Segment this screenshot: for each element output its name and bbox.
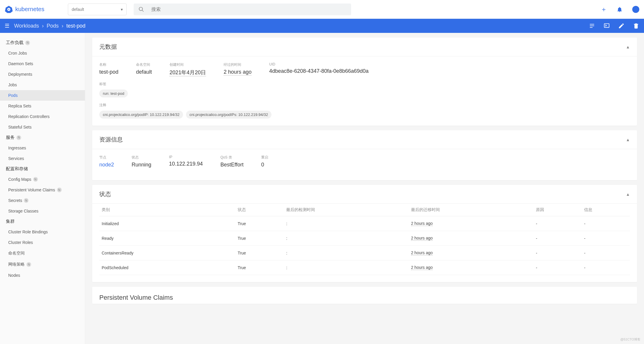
table-row: ContainersReadyTrue:2 hours ago-- (99, 246, 630, 260)
chevron-right-icon: › (62, 23, 63, 29)
brand-text: kubernetes (15, 6, 44, 13)
svg-rect-5 (590, 24, 594, 25)
sidebar-item-label: 命名空间 (8, 251, 25, 256)
pod-age: 2 hours ago (224, 69, 251, 75)
sidebar-item-命名空间[interactable]: 命名空间 (0, 248, 85, 259)
namespace-badge-icon: N (33, 177, 38, 182)
pod-namespace: default (136, 69, 152, 75)
collapse-icon[interactable]: ▲ (626, 137, 630, 142)
meta-label: 节点 (99, 155, 114, 160)
sidebar-item-label: Jobs (8, 82, 17, 87)
breadcrumb-workloads[interactable]: Workloads (14, 23, 39, 29)
table-cell: 2 hours ago (409, 246, 534, 260)
sidebar-item-secrets[interactable]: SecretsN (0, 195, 85, 206)
collapse-icon[interactable]: ▲ (626, 45, 630, 49)
sidebar-item-daemon-sets[interactable]: Daemon Sets (0, 58, 85, 69)
sidebar-item-persistent-volume-claims[interactable]: Persistent Volume ClaimsN (0, 185, 85, 195)
table-cell: - (582, 246, 630, 260)
kubernetes-icon (5, 5, 13, 14)
sidebar-item-pods[interactable]: Pods (0, 90, 85, 101)
search-icon (138, 6, 144, 12)
namespace-badge-icon: N (26, 262, 31, 267)
sidebar-item-label: Cluster Roles (8, 240, 33, 245)
collapse-icon[interactable]: ▲ (626, 192, 630, 197)
sidebar-item-cluster-role-bindings[interactable]: Cluster Role Bindings (0, 227, 85, 237)
breadcrumb-pods[interactable]: Pods (47, 23, 59, 29)
delete-icon[interactable] (633, 23, 639, 29)
namespace-badge-icon: N (24, 198, 28, 203)
sidebar-item-jobs[interactable]: Jobs (0, 80, 85, 90)
content-area: 元数据 ▲ 名称test-pod 命名空间default 创建时间2021年4月… (85, 33, 644, 344)
table-cell: PodScheduled (99, 260, 235, 275)
sidebar-item-storage-classes[interactable]: Storage Classes (0, 206, 85, 216)
sidebar: 工作负载NCron JobsDaemon SetsDeploymentsJobs… (0, 33, 85, 344)
hamburger-icon[interactable]: ☰ (5, 23, 9, 29)
pvc-card: Persistent Volume Claims (92, 287, 637, 304)
meta-label: IP (169, 155, 203, 159)
sidebar-item-stateful-sets[interactable]: Stateful Sets (0, 122, 85, 132)
table-cell: : (284, 231, 409, 246)
brand-logo[interactable]: kubernetes (5, 5, 44, 14)
pod-name: test-pod (99, 69, 118, 75)
nav-section-config[interactable]: 配置和存储 (0, 164, 85, 174)
meta-label: 名称 (99, 62, 118, 67)
nav-section-workloads[interactable]: 工作负载N (0, 38, 85, 48)
sidebar-item-label: Pods (8, 93, 18, 98)
sidebar-item-label: Stateful Sets (8, 125, 31, 129)
column-header: 最后的检测时间 (284, 204, 409, 216)
sidebar-item-services[interactable]: Services (0, 153, 85, 164)
table-cell: 2 hours ago (409, 231, 534, 246)
sidebar-item-replication-controllers[interactable]: Replication Controllers (0, 111, 85, 122)
node-link[interactable]: node2 (99, 162, 114, 168)
status-title: 状态 (99, 190, 111, 198)
sidebar-item-label: Cron Jobs (8, 51, 27, 55)
meta-label: QoS 类 (220, 155, 244, 160)
logs-icon[interactable] (589, 23, 595, 29)
table-cell: - (534, 231, 582, 246)
table-cell: 2 hours ago (409, 216, 534, 231)
sidebar-item-config-maps[interactable]: Config MapsN (0, 174, 85, 185)
sidebar-item-网络策略[interactable]: 网络策略N (0, 259, 85, 270)
table-cell: : (284, 216, 409, 231)
sidebar-item-cron-jobs[interactable]: Cron Jobs (0, 48, 85, 58)
sidebar-item-deployments[interactable]: Deployments (0, 69, 85, 80)
namespace-badge-icon: N (16, 135, 21, 140)
sidebar-item-label: Cluster Role Bindings (8, 230, 48, 234)
table-cell: - (534, 260, 582, 275)
sidebar-item-replica-sets[interactable]: Replica Sets (0, 101, 85, 111)
sidebar-item-label: Ingresses (8, 146, 26, 150)
user-avatar-icon[interactable] (632, 6, 639, 13)
metadata-card: 元数据 ▲ 名称test-pod 命名空间default 创建时间2021年4月… (92, 38, 637, 126)
sidebar-item-cluster-roles[interactable]: Cluster Roles (0, 237, 85, 248)
search-box[interactable] (134, 4, 351, 15)
resource-actions (589, 23, 639, 29)
table-cell: - (582, 216, 630, 231)
table-cell: Ready (99, 231, 235, 246)
sidebar-item-ingresses[interactable]: Ingresses (0, 143, 85, 153)
label-chip: run: test-pod (99, 90, 128, 97)
table-cell: True (235, 260, 284, 275)
resource-card: 资源信息 ▲ 节点node2 状态Running IP10.122.219.94… (92, 130, 637, 180)
pod-created: 2021年4月20日 (170, 69, 206, 76)
table-cell: : (284, 246, 409, 260)
table-row: PodScheduledTrue:2 hours ago-- (99, 260, 630, 275)
nav-section-cluster[interactable]: 集群 (0, 216, 85, 227)
chevron-right-icon: › (42, 23, 44, 29)
svg-line-4 (142, 10, 143, 11)
search-input[interactable] (151, 7, 346, 12)
notifications-icon[interactable] (616, 6, 623, 13)
table-cell: Initialized (99, 216, 235, 231)
exec-icon[interactable] (603, 23, 610, 29)
edit-icon[interactable] (618, 23, 625, 29)
nav-section-services[interactable]: 服务N (0, 132, 85, 143)
annotation-chip: cni.projectcalico.org/podIPs: 10.122.219… (186, 111, 271, 119)
namespace-selector[interactable]: default ▾ (68, 4, 127, 15)
status-card: 状态 ▲ 类别状态最后的检测时间最后的迁移时间原因信息 InitializedT… (92, 185, 637, 282)
table-row: ReadyTrue:2 hours ago-- (99, 231, 630, 246)
column-header: 状态 (235, 204, 284, 216)
create-icon[interactable]: ＋ (601, 5, 607, 14)
svg-point-2 (8, 9, 9, 10)
sidebar-item-nodes[interactable]: Nodes (0, 270, 85, 281)
column-header: 原因 (534, 204, 582, 216)
top-actions: ＋ (601, 5, 639, 14)
